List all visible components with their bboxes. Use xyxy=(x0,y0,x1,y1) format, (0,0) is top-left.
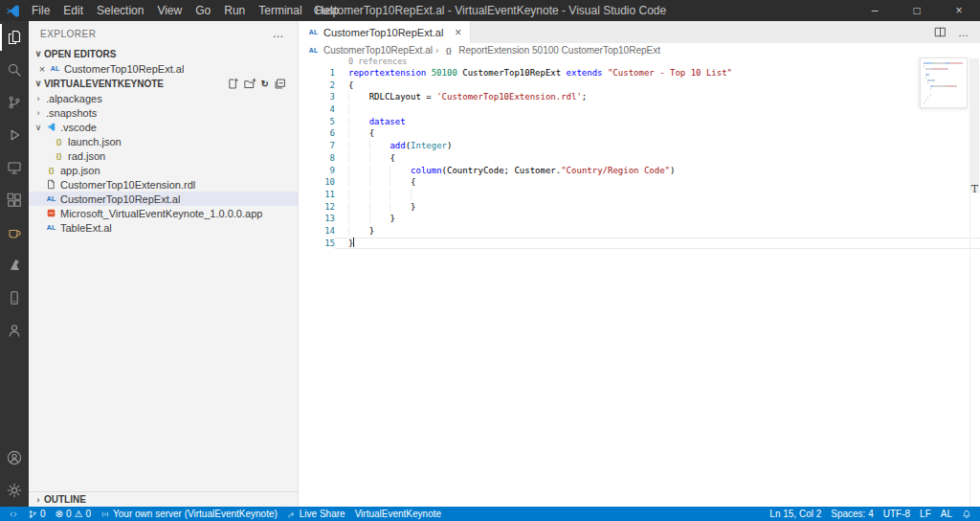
code-line[interactable]: 13 } xyxy=(299,213,980,225)
status-problems[interactable]: ⊗0⚠0 xyxy=(51,507,96,521)
code-line[interactable]: 5 dataset xyxy=(299,116,980,128)
activity-bar-item-extensions[interactable] xyxy=(0,184,29,216)
line-number[interactable]: 15 xyxy=(299,238,335,250)
activity-bar-item-azure[interactable] xyxy=(0,249,29,282)
status-encoding[interactable]: UTF-8 xyxy=(879,507,915,521)
code-line[interactable]: 2{ xyxy=(299,79,980,92)
activity-bar-item-settings[interactable] xyxy=(0,474,29,507)
minimap[interactable] xyxy=(920,57,968,108)
codelens-references[interactable]: 0 references xyxy=(299,57,980,67)
status-server[interactable]: Your own server (VirtualEventKeynote) xyxy=(96,507,282,521)
menu-help[interactable]: Help xyxy=(309,0,346,21)
menu-view[interactable]: View xyxy=(150,0,189,21)
activity-bar-item-explorer[interactable] xyxy=(0,21,29,54)
open-editor-item[interactable]: ×ALCustomerTop10RepExt.al xyxy=(29,61,298,76)
code-editor[interactable]: 0 references 1reportextension 50100 Cust… xyxy=(299,57,980,507)
line-number[interactable]: 9 xyxy=(299,165,335,177)
status-eol[interactable]: LF xyxy=(915,507,936,521)
menu-terminal[interactable]: Terminal xyxy=(252,0,308,21)
line-number[interactable]: 5 xyxy=(299,116,335,128)
status-branch[interactable]: 0 xyxy=(23,507,51,521)
tree-item--alpackages[interactable]: ›.alpackages xyxy=(29,91,298,105)
tree-item-tableext-al[interactable]: ALTableExt.al xyxy=(29,220,298,235)
activity-bar-item-remote-explorer[interactable] xyxy=(0,151,29,184)
close-icon[interactable]: × xyxy=(455,26,461,39)
status-language-mode[interactable]: AL xyxy=(936,507,957,521)
warning-icon: ⚠ xyxy=(75,510,83,519)
breadcrumb-item[interactable]: ALCustomerTop10RepExt.al xyxy=(306,45,433,56)
tree-item-customertop10extension-rdl[interactable]: CustomerTop10Extension.rdl xyxy=(29,177,298,192)
close-button[interactable]: × xyxy=(938,0,980,21)
code-line[interactable]: 10 { xyxy=(299,176,980,189)
scrollbar-thumb[interactable] xyxy=(970,58,979,193)
line-number[interactable]: 4 xyxy=(299,103,335,116)
activity-bar-item-source-control[interactable] xyxy=(0,86,29,119)
code-line[interactable]: 7 add(Integer) xyxy=(299,140,980,152)
activity-bar-item-run-and-debug[interactable] xyxy=(0,119,29,151)
tree-item--vscode[interactable]: ∨.vscode xyxy=(29,120,298,134)
editor-area: AL CustomerTop10RepExt.al × … ALCustomer… xyxy=(299,21,980,507)
tree-item-rad-json[interactable]: {}rad.json xyxy=(29,148,298,163)
line-number[interactable]: 2 xyxy=(299,79,335,92)
line-number[interactable]: 7 xyxy=(299,140,335,152)
tab-customertop10repext[interactable]: AL CustomerTop10RepExt.al × xyxy=(299,21,471,43)
status-cursor-position[interactable]: Ln 15, Col 2 xyxy=(765,507,826,521)
menu-selection[interactable]: Selection xyxy=(90,0,150,21)
activity-bar-item-search[interactable] xyxy=(0,54,29,86)
activity-bar-item-al-home[interactable] xyxy=(0,216,29,249)
new-folder-icon[interactable] xyxy=(244,78,256,90)
activity-bar-item-live-share[interactable] xyxy=(0,314,29,347)
minimize-button[interactable]: – xyxy=(854,0,896,21)
line-number[interactable]: 12 xyxy=(299,201,335,214)
line-number[interactable]: 14 xyxy=(299,225,335,238)
menu-run[interactable]: Run xyxy=(217,0,252,21)
code-line[interactable]: 4 xyxy=(299,103,980,116)
activity-bar-item-mobile-preview[interactable] xyxy=(0,282,29,314)
new-file-icon[interactable] xyxy=(227,78,239,90)
outline-header[interactable]: › OUTLINE xyxy=(29,491,298,507)
refresh-icon[interactable]: ↻ xyxy=(261,78,269,90)
code-line[interactable]: 1reportextension 50100 CustomerTop10RepE… xyxy=(299,67,980,79)
maximize-button[interactable]: □ xyxy=(896,0,938,21)
line-number[interactable]: 3 xyxy=(299,91,335,103)
line-number[interactable]: 13 xyxy=(299,213,335,225)
project-header[interactable]: ∨ VIRTUALEVENTKEYNOTE ↻ xyxy=(29,76,298,91)
line-number[interactable]: 10 xyxy=(299,176,335,189)
code-line[interactable]: 12 } xyxy=(299,201,980,214)
status-remote[interactable] xyxy=(4,507,23,521)
tree-item-microsoft-virtualeventkeynote-1-0-0-0-app[interactable]: Microsoft_VirtualEventKeynote_1.0.0.0.ap… xyxy=(29,206,298,220)
tree-item-app-json[interactable]: {}app.json xyxy=(29,163,298,177)
menu-go[interactable]: Go xyxy=(189,0,217,21)
status-indentation-label: Spaces: 4 xyxy=(831,509,873,519)
tree-item-customertop10repext-al[interactable]: ALCustomerTop10RepExt.al xyxy=(29,192,298,206)
code-line[interactable]: 11 xyxy=(299,189,980,201)
line-number[interactable]: 8 xyxy=(299,152,335,165)
line-number[interactable]: 1 xyxy=(299,67,335,79)
line-number[interactable]: 6 xyxy=(299,127,335,140)
status-live-share[interactable]: Live Share xyxy=(282,507,350,521)
code-line[interactable]: 6 { xyxy=(299,127,980,140)
line-number[interactable]: 11 xyxy=(299,189,335,201)
status-indentation[interactable]: Spaces: 4 xyxy=(826,507,878,521)
tree-item--snapshots[interactable]: ›.snapshots xyxy=(29,105,298,120)
menu-edit[interactable]: Edit xyxy=(56,0,90,21)
vertical-scrollbar[interactable]: T xyxy=(969,57,980,507)
more-actions-icon[interactable]: … xyxy=(958,27,969,38)
chevron-down-icon: ∨ xyxy=(33,79,44,88)
code-line[interactable]: 3 RDLCLayout = 'CustomerTop10Extension.r… xyxy=(299,91,980,103)
activity-bar-item-accounts[interactable] xyxy=(0,442,29,474)
code-line[interactable]: 8 { xyxy=(299,152,980,165)
close-icon[interactable]: × xyxy=(36,63,48,75)
more-actions-icon[interactable]: … xyxy=(273,27,285,40)
open-editors-header[interactable]: ∨ OPEN EDITORS xyxy=(29,46,298,61)
status-notifications[interactable] xyxy=(957,507,976,521)
collapse-all-icon[interactable] xyxy=(274,78,286,90)
code-line[interactable]: 14 } xyxy=(299,225,980,238)
status-project[interactable]: VirtualEventKeynote xyxy=(350,507,446,521)
menu-file[interactable]: File xyxy=(25,0,56,21)
breadcrumb-item[interactable]: {}ReportExtension 50100 CustomerTop10Rep… xyxy=(441,45,660,56)
code-line[interactable]: 15} xyxy=(299,238,980,250)
tree-item-launch-json[interactable]: {}launch.json xyxy=(29,134,298,148)
code-line[interactable]: 9 column(CountryCode; Customer."Country/… xyxy=(299,165,980,177)
split-editor-icon[interactable] xyxy=(934,26,947,38)
